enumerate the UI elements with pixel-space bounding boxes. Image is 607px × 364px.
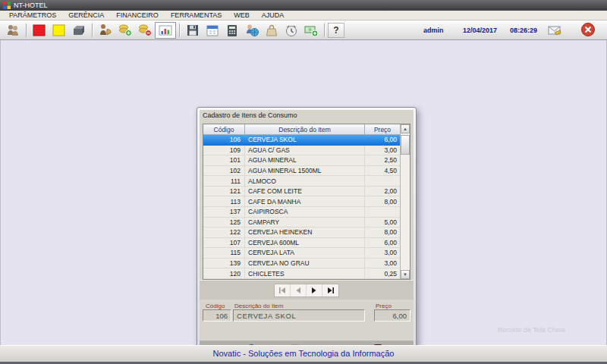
toolbar-separator: [324, 24, 325, 37]
cell-code: 107: [203, 238, 245, 248]
help-icon[interactable]: ?: [328, 23, 344, 38]
cell-price: 0,25: [365, 268, 400, 278]
table-row[interactable]: 125CAMPARY5,00: [203, 218, 400, 228]
table-row[interactable]: 101AGUA MINERAL2,50: [203, 155, 400, 166]
cell-code: 106: [203, 135, 245, 145]
reports-icon[interactable]: [155, 22, 176, 39]
cell-code: 120: [203, 268, 245, 278]
toolbar-separator: [26, 24, 27, 37]
cell-desc: CAFE DA MANHA: [245, 196, 365, 206]
shopping-icon[interactable]: [262, 22, 281, 39]
calculator-icon[interactable]: [222, 22, 242, 39]
scroll-thumb[interactable]: [401, 135, 410, 155]
table-row[interactable]: 115CERVEJA LATA3,00: [203, 248, 400, 259]
exit-icon[interactable]: [578, 21, 598, 38]
toolbar: ? admin 12/04/2017 08:26:29: [0, 20, 607, 40]
save-icon[interactable]: [183, 22, 203, 39]
consumo-dialog: Cadastro de Itens de Consumo Código Desc…: [197, 107, 417, 362]
cell-desc: AGUA C/ GAS: [245, 146, 365, 155]
table-row[interactable]: 122CERVEJA HEINEKEN8,00: [203, 228, 400, 238]
items-grid: Código Descrição do Item Preço 106CERVEJ…: [203, 124, 410, 280]
guests-icon[interactable]: [3, 22, 23, 39]
cell-code: 111: [203, 176, 245, 186]
cash-plus-icon[interactable]: [301, 22, 321, 39]
next-record-button[interactable]: [307, 284, 322, 297]
grid-rows: 106CERVEJA SKOL6,00109AGUA C/ GAS3,00101…: [203, 135, 400, 279]
cell-price: [365, 176, 400, 186]
consumo-dialog-body: Cadastro de Itens de Consumo Código Desc…: [200, 110, 414, 359]
expense-icon[interactable]: [135, 22, 155, 39]
customers-icon[interactable]: [242, 22, 262, 39]
cell-desc: CAMPARY: [245, 218, 365, 228]
cell-price: 3,00: [365, 259, 400, 268]
window-title: NT-HOTEL: [14, 2, 48, 9]
cell-price: 6,00: [365, 238, 400, 248]
cell-desc: CERVEJA HEINEKEN: [245, 228, 365, 237]
scroll-down-icon[interactable]: ▼: [401, 270, 410, 279]
window-titlebar: NT-HOTEL: [0, 0, 607, 11]
cell-code: 113: [203, 196, 245, 206]
descricao-field[interactable]: [233, 309, 365, 322]
prior-record-button[interactable]: [291, 284, 307, 297]
table-row[interactable]: 109AGUA C/ GAS3,00: [203, 146, 400, 156]
menu-web[interactable]: WEB: [228, 11, 256, 19]
cell-code: 139: [203, 259, 245, 268]
cell-code: 109: [203, 146, 245, 155]
help-glyph: ?: [333, 25, 338, 36]
cell-desc: CERVEJA SKOL: [245, 135, 365, 145]
grid-header-row: Código Descrição do Item Preço: [203, 124, 410, 135]
menu-parametros[interactable]: PARÂMETROS: [3, 11, 62, 19]
header-codigo[interactable]: Código: [203, 124, 245, 134]
cell-code: 101: [203, 155, 245, 165]
current-date: 12/04/2017: [463, 27, 497, 34]
menu-ferramentas[interactable]: FERRAMENTAS: [165, 11, 228, 19]
grid-scrollbar[interactable]: ▲ ▼: [400, 124, 410, 279]
table-row[interactable]: 137CAIPIROSCA: [203, 207, 400, 218]
header-preco[interactable]: Preço: [365, 124, 400, 134]
record-navigator: [274, 284, 339, 297]
table-row[interactable]: 120CHICLETES0,25: [203, 268, 400, 279]
scroll-up-icon[interactable]: ▲: [401, 124, 410, 133]
products-icon[interactable]: [69, 22, 89, 39]
cell-price: 3,00: [365, 248, 400, 258]
menu-ajuda[interactable]: AJUDA: [256, 11, 291, 19]
cell-code: 125: [203, 218, 245, 228]
table-row[interactable]: 121CAFE COM LEITE2,00: [203, 187, 400, 197]
red-room-status-icon[interactable]: [30, 22, 49, 39]
table-row[interactable]: 106CERVEJA SKOL6,00: [203, 135, 400, 146]
table-row[interactable]: 102AGUA MINERAL 1500ML4,50: [203, 166, 400, 177]
cell-code: 121: [203, 187, 245, 196]
calendar-icon[interactable]: [203, 22, 222, 39]
preco-label: Preço: [376, 303, 392, 309]
mail-icon[interactable]: [545, 22, 565, 39]
table-row[interactable]: 111ALMOCO: [203, 176, 400, 187]
last-record-button[interactable]: [322, 284, 338, 297]
cell-code: 102: [203, 166, 245, 176]
checkin-icon[interactable]: [96, 22, 115, 39]
cell-desc: AGUA MINERAL: [245, 155, 365, 165]
cell-desc: ALMOCO: [245, 176, 365, 186]
cell-price: 3,00: [365, 146, 400, 155]
cell-price: 2,00: [365, 187, 400, 196]
table-row[interactable]: 113CAFE DA MANHA8,00: [203, 196, 400, 207]
cell-code: 115: [203, 248, 245, 258]
current-time: 08:26:29: [510, 27, 537, 34]
table-row[interactable]: 107CERVEJA 600ML6,00: [203, 238, 400, 249]
client-area: Recorte de Tela Cheia Cadastro de Itens …: [0, 40, 607, 345]
cell-desc: CERVEJA NO GRAU: [245, 259, 365, 268]
income-icon[interactable]: [115, 22, 135, 39]
table-row[interactable]: 139CERVEJA NO GRAU3,00: [203, 259, 400, 269]
alarm-clock-icon[interactable]: [281, 22, 301, 39]
cell-price: [365, 207, 400, 217]
menu-financeiro[interactable]: FINANCEIRO: [110, 11, 165, 19]
menu-gerencia[interactable]: GERÊNCIA: [62, 11, 110, 19]
yellow-room-status-icon[interactable]: [49, 22, 69, 39]
cell-price: 4,50: [365, 166, 400, 176]
cell-desc: CERVEJA 600ML: [245, 238, 365, 248]
header-descricao[interactable]: Descrição do Item: [245, 124, 365, 134]
toolbar-separator: [92, 24, 93, 37]
first-record-button[interactable]: [275, 284, 291, 297]
codigo-field[interactable]: [203, 309, 231, 322]
cell-code: 122: [203, 228, 245, 237]
preco-field[interactable]: [374, 309, 410, 322]
